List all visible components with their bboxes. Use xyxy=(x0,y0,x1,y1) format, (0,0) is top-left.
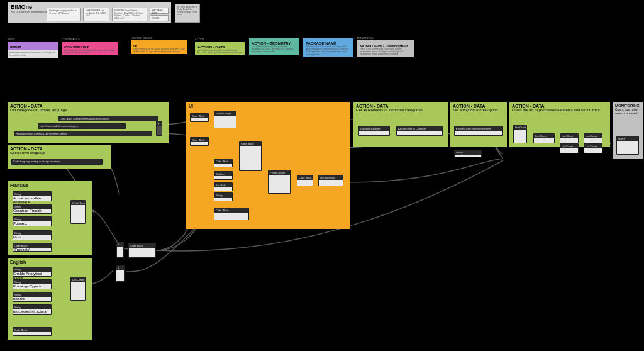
group-list-categories[interactable]: ACTION - DATA List categories in proper … xyxy=(8,102,169,143)
node-setparam-aux[interactable]: Watch xyxy=(454,150,482,157)
node-ui-cb6[interactable]: Code Block xyxy=(297,175,313,186)
node-cb-center[interactable]: Code Block xyxy=(128,243,156,258)
header-word: WORD xyxy=(150,15,169,21)
legend-monitoring: MONITORING MONITORING - description chec… xyxy=(357,36,414,57)
node-str-en3[interactable]: StringBeams xyxy=(13,292,52,302)
node-ui-cb1[interactable]: Code Block xyxy=(190,113,209,122)
node-if-center2[interactable]: if xyxy=(116,265,125,282)
node-listcreate2[interactable]: List.Create xyxy=(513,125,527,143)
node-listcount3[interactable]: List.Count xyxy=(584,143,602,153)
header-developer: Developer script provided 'as is' under … xyxy=(47,8,80,21)
node-listcount2[interactable]: List.Count xyxy=(584,133,602,143)
node-ui-str[interactable]: String xyxy=(214,192,233,201)
node-cb-fr[interactable]: Code Block"Francais" xyxy=(13,243,52,252)
node-cb-en[interactable]: Code Block xyxy=(13,327,52,336)
legend-package: PACKAGE NAME Relative minor info specifi… xyxy=(303,38,353,57)
header-notes: NOTES B booster in Daily Builds To creat… xyxy=(175,4,200,23)
legend-actiondata: ACTION ACTION - DATA part of the script … xyxy=(195,38,245,55)
node-listclean[interactable]: List.Clean xyxy=(533,133,555,143)
node-watch[interactable]: Watch xyxy=(616,136,639,155)
node-lang[interactable]: Code.language.setting.in.design.structur… xyxy=(11,159,103,165)
group-getall[interactable]: ACTION - DATA Get all elements of struct… xyxy=(353,102,448,147)
node-catbyname[interactable]: Category.ByName xyxy=(358,126,390,136)
legend-input: INPUT INPUT parameter/component that ser… xyxy=(8,38,58,58)
header-package: PACKAGE REQ xyxy=(150,8,169,14)
node-headparam[interactable]: Headparameter.Column.1.3.Parameter.setti… xyxy=(14,131,152,136)
node-listcreate-en[interactable]: List.Create xyxy=(70,277,86,301)
node-ui-file[interactable]: File Path xyxy=(214,182,233,191)
node-ui-pyscript[interactable]: Python.Script xyxy=(268,170,291,194)
node-allelem[interactable]: All Elements of Category xyxy=(396,126,443,136)
node-listcount[interactable]: List.Count xyxy=(560,143,579,153)
node-str-en4[interactable]: Stringprocessed structural xyxy=(13,304,52,315)
node-ui-cb5[interactable]: Code Block xyxy=(214,208,249,220)
legend-ui: USER INTERFACE UI User interface for the… xyxy=(131,36,187,54)
node-codemap[interactable]: Code.Map: Category/infrastructure.struct… xyxy=(58,116,158,121)
node-str-fr2[interactable]: StringOssature French xyxy=(13,204,52,214)
node-str-fr1[interactable]: StringActivé le modèle analytique xyxy=(13,191,52,201)
node-setparam[interactable]: Element.SetParameterByName xyxy=(454,126,503,136)
node-if-center[interactable]: if xyxy=(116,242,124,258)
legend-constraint: CONSTRAINTS CONSTRAINT Input/constraint … xyxy=(62,38,118,55)
node-str-fr3[interactable]: StringPoteaux xyxy=(13,216,52,226)
node-ui-cb4[interactable]: Code Block xyxy=(239,141,262,171)
node-if1[interactable]: if xyxy=(156,121,162,136)
node-listcreate-fr[interactable]: @List.Create xyxy=(70,200,86,224)
legend-actiongeom: ACTION - GEOMETRY part of the script tha… xyxy=(249,38,299,55)
node-str-en2[interactable]: StringFramings Type in xyxy=(13,279,52,289)
node-ui-bool[interactable]: Boolean xyxy=(214,171,233,180)
node-listclean2[interactable]: List.Clean xyxy=(560,133,579,143)
group-setanalytical[interactable]: ACTION - DATA Set analytical model optio… xyxy=(450,102,507,147)
header-challenge: CHALLENGE Last Modified - July 2018 - v3… xyxy=(83,8,109,21)
header-history: HISTORY Jean Valjean, Conflict - May 201… xyxy=(112,8,147,21)
node-ui-chk[interactable]: UI.Checkbox xyxy=(318,175,343,186)
node-ui-cb2[interactable]: Code Block xyxy=(190,137,209,146)
node-ui-python[interactable]: Python Script xyxy=(214,111,236,128)
group-check-lang[interactable]: ACTION - DATA Check revit language xyxy=(8,145,111,169)
node-str-fr4[interactable]: StringMurs xyxy=(13,230,52,240)
node-str-en1[interactable]: StringEnable Analytical Model xyxy=(13,267,52,277)
node-ui-cb3[interactable]: Code Block xyxy=(214,159,233,167)
node-liststruct[interactable]: List.ofstructural.elements.category xyxy=(38,123,126,129)
group-ui[interactable]: UI xyxy=(186,102,350,229)
